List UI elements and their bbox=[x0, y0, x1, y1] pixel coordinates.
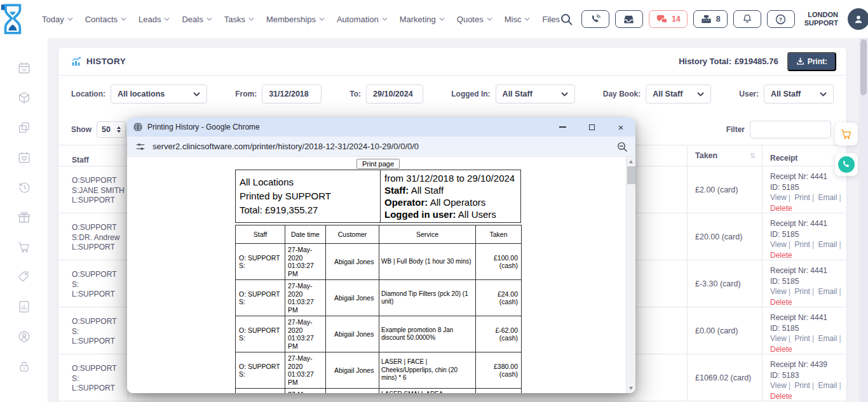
print-link[interactable]: Print bbox=[794, 240, 810, 249]
show-entries-select[interactable]: 50 bbox=[97, 121, 126, 138]
column-header-receipt[interactable]: Receipt⇅ bbox=[763, 145, 846, 166]
cart-icon[interactable] bbox=[17, 240, 31, 254]
app-logo-icon[interactable] bbox=[0, 3, 24, 35]
nav-item-tasks[interactable]: Tasks bbox=[224, 15, 254, 24]
scroll-down-arrow-icon[interactable] bbox=[629, 387, 633, 390]
email-link[interactable]: Email bbox=[818, 240, 837, 249]
report-icon[interactable] bbox=[17, 300, 31, 314]
nav-item-misc[interactable]: Misc bbox=[505, 15, 531, 24]
print-taken-cell: £380.00 (cash) bbox=[476, 352, 522, 389]
minimize-button[interactable] bbox=[548, 117, 577, 137]
email-link[interactable]: Email bbox=[818, 334, 837, 343]
gift-icon[interactable] bbox=[17, 210, 31, 224]
calendar-heart-icon[interactable] bbox=[17, 151, 31, 164]
nav-item-marketing[interactable]: Marketing bbox=[400, 15, 445, 24]
top-header: Today Contacts Leads Deals Tasks Members… bbox=[0, 0, 868, 38]
day-book-select[interactable]: All Staff bbox=[646, 84, 711, 104]
tag-icon[interactable] bbox=[17, 270, 31, 284]
print-page-button[interactable]: Print page bbox=[356, 159, 400, 169]
user-avatar[interactable] bbox=[848, 8, 868, 30]
zoom-out-icon[interactable] bbox=[616, 141, 628, 152]
email-link[interactable]: Email bbox=[818, 193, 837, 202]
search-icon[interactable] bbox=[560, 13, 573, 26]
close-button[interactable]: × bbox=[606, 117, 635, 137]
chat-button[interactable]: 14 bbox=[649, 10, 688, 28]
print-link[interactable]: Print bbox=[794, 193, 810, 202]
print-col-datetime: Date time bbox=[285, 225, 326, 244]
location-select[interactable]: All locations bbox=[111, 84, 207, 104]
help-button[interactable]: ? bbox=[767, 10, 795, 28]
delete-link[interactable]: Delete bbox=[770, 345, 792, 354]
topbar-actions: 14 8 ? LONDON SUPPORT bbox=[560, 8, 868, 30]
inbox-button[interactable] bbox=[615, 10, 643, 28]
nav-item-files[interactable]: Files bbox=[542, 15, 559, 24]
print-link[interactable]: Print bbox=[794, 334, 810, 343]
print-summary-right: from 31/12/2018 to 29/10/2024 Staff: All… bbox=[381, 170, 521, 223]
popup-titlebar[interactable]: Printing History - Google Chrome × bbox=[127, 117, 635, 137]
print-customer-cell: Abigail Jones bbox=[326, 316, 379, 352]
nav-item-leads[interactable]: Leads bbox=[139, 15, 170, 24]
url-text[interactable]: server2.clinicsoftware.com/printer/histo… bbox=[153, 142, 610, 151]
filter-bar: Location: All locations From: To: Logged… bbox=[58, 76, 846, 104]
notifications-button[interactable] bbox=[733, 10, 761, 28]
site-settings-icon[interactable] bbox=[135, 141, 146, 152]
print-service-cell: LASER SMALL AREA- UPPER/LOWER LIP discou… bbox=[379, 389, 476, 394]
delete-link[interactable]: Delete bbox=[770, 298, 792, 307]
delete-link[interactable]: Delete bbox=[770, 392, 792, 401]
page-scrollbar-thumb[interactable] bbox=[860, 39, 867, 95]
call-fab-button[interactable] bbox=[835, 153, 858, 176]
scroll-up-arrow-icon[interactable] bbox=[629, 160, 633, 163]
print-row: O: SUPPORT S: 27-May- 2020 01:03:27 PM A… bbox=[236, 280, 522, 316]
column-header-staff[interactable]: Staff bbox=[58, 145, 128, 166]
print-service-cell: WB | Full Body (1 hour 30 mins) bbox=[379, 244, 476, 280]
copies-icon[interactable] bbox=[17, 121, 31, 135]
print-link[interactable]: Print bbox=[794, 287, 810, 296]
lock-icon[interactable] bbox=[17, 359, 31, 373]
nav-item-deals[interactable]: Deals bbox=[182, 15, 212, 24]
chevron-down-icon bbox=[207, 17, 212, 21]
print-link[interactable]: Print bbox=[794, 381, 810, 390]
view-link[interactable]: View bbox=[770, 240, 787, 249]
nav-label: Contacts bbox=[85, 15, 118, 24]
print-button[interactable]: Print: bbox=[787, 52, 836, 71]
receipt-id: ID: 5185 bbox=[770, 323, 846, 334]
filter-input[interactable] bbox=[750, 121, 831, 138]
package-icon[interactable] bbox=[17, 91, 31, 105]
globe-favicon-icon bbox=[133, 122, 143, 132]
nav-item-contacts[interactable]: Contacts bbox=[85, 15, 126, 24]
calendar-icon[interactable]: 12 bbox=[17, 61, 31, 75]
view-link[interactable]: View bbox=[770, 334, 787, 343]
user-value: All Staff bbox=[771, 90, 801, 98]
email-link[interactable]: Email bbox=[818, 381, 837, 390]
page-scrollbar[interactable] bbox=[859, 38, 868, 402]
nav-item-quotes[interactable]: Quotes bbox=[457, 15, 492, 24]
nav-item-today[interactable]: Today bbox=[42, 15, 73, 24]
page-title: HISTORY bbox=[86, 57, 126, 66]
nav-item-memberships[interactable]: Memberships bbox=[266, 15, 325, 24]
popup-scrollbar[interactable] bbox=[626, 157, 635, 393]
logged-in-select[interactable]: All Staff bbox=[496, 84, 575, 104]
user-select[interactable]: All Staff bbox=[764, 84, 834, 104]
nav-item-automation[interactable]: Automation bbox=[337, 15, 388, 24]
from-date-input[interactable] bbox=[262, 84, 322, 104]
support-icon[interactable] bbox=[17, 330, 31, 344]
delete-link[interactable]: Delete bbox=[770, 204, 792, 213]
to-date-input[interactable] bbox=[366, 84, 423, 104]
print-logged-label: Logged in user: bbox=[384, 209, 456, 220]
sort-icon[interactable]: ⇅ bbox=[750, 152, 756, 160]
popup-scrollbar-thumb[interactable] bbox=[627, 166, 635, 184]
view-link[interactable]: View bbox=[770, 287, 787, 296]
view-link[interactable]: View bbox=[770, 381, 787, 390]
link-separator: | bbox=[839, 287, 841, 296]
maximize-button[interactable] bbox=[577, 117, 606, 137]
register-button[interactable]: 8 bbox=[693, 10, 728, 28]
view-link[interactable]: View bbox=[770, 193, 787, 202]
column-header-taken[interactable]: Taken⇅ bbox=[688, 145, 763, 166]
email-link[interactable]: Email bbox=[818, 287, 837, 296]
cart-fab-button[interactable] bbox=[835, 123, 858, 145]
delete-link[interactable]: Delete bbox=[770, 251, 792, 260]
phone-button[interactable] bbox=[581, 10, 609, 28]
history-total-label: History Total: bbox=[679, 57, 731, 66]
history-icon[interactable] bbox=[17, 180, 31, 194]
link-separator: | bbox=[812, 334, 814, 343]
